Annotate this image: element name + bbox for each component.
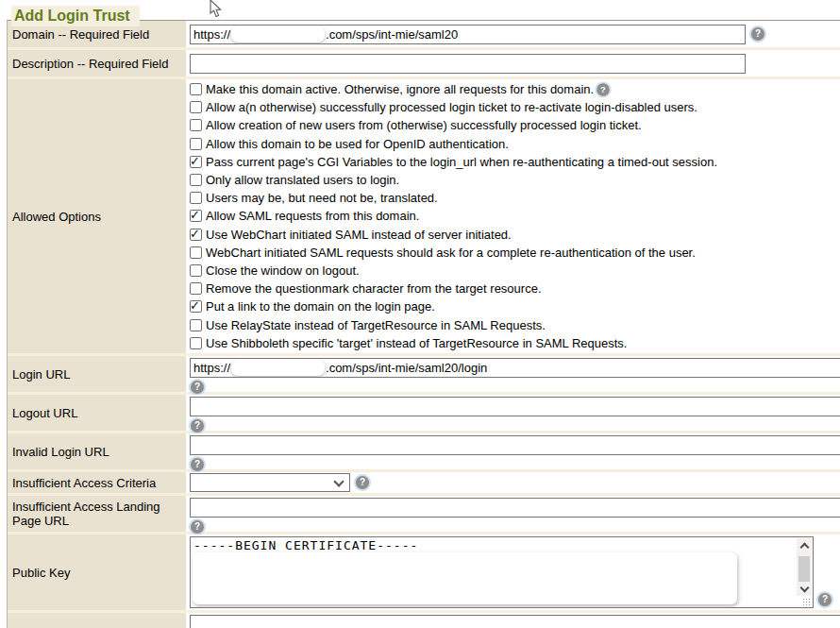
public-key-row: Public Key -----BEGIN CERTIFICATE----- ? [8, 535, 840, 610]
checkbox-label: Allow SAML requests from this domain. [206, 209, 419, 223]
insufficient-access-landing-label: Insufficient Access Landing Page URL [8, 496, 186, 532]
insufficient-access-criteria-select[interactable] [190, 473, 350, 492]
checkbox-label: WebChart initiated SAML requests should … [206, 246, 696, 260]
scroll-down-button[interactable] [797, 582, 812, 596]
description-label: Description -- Required Field [8, 50, 186, 76]
allowed-options-label: Allowed Options [8, 79, 186, 353]
checkbox-label: Close the window on logout. [206, 263, 360, 278]
add-login-trust-fieldset: Add Login Trust Domain -- Required Field… [7, 20, 840, 628]
login-url-row: Login URL https://.com/sps/int-mie/saml2… [8, 356, 840, 392]
scroll-up-button[interactable] [797, 538, 812, 552]
chevron-up-icon [799, 543, 809, 552]
checkbox[interactable] [190, 229, 202, 241]
checkbox-label: Users may be, but need not be, translate… [206, 191, 438, 205]
chevron-down-icon [333, 476, 344, 486]
checkbox[interactable] [190, 192, 202, 204]
option-row: Allow creation of new users from (otherw… [190, 116, 840, 134]
invalid-login-url-input[interactable] [190, 435, 840, 455]
checkbox-label: Pass current page's CGI Variables to the… [206, 155, 717, 169]
help-icon[interactable]: ? [191, 520, 204, 534]
insufficient-access-landing-row: Insufficient Access Landing Page URL ? [8, 496, 840, 532]
public-key-label: Public Key [8, 535, 186, 610]
login-url-value-suffix: .com/sps/int-mie/saml20/login [326, 361, 487, 375]
checkbox[interactable] [190, 264, 202, 277]
checkbox[interactable] [190, 138, 202, 150]
checkbox-label: Only allow translated users to login. [206, 173, 399, 187]
logout-url-row: Logout URL ? [8, 395, 840, 431]
chevron-down-icon [799, 584, 809, 593]
redaction-box [231, 25, 325, 42]
checkbox-label: Make this domain active. Otherwise, igno… [206, 82, 594, 96]
partial-row [8, 613, 840, 628]
partial-row-label [8, 613, 186, 628]
help-icon[interactable]: ? [191, 458, 204, 471]
checkbox-label: Remove the questionmark character from t… [206, 281, 542, 296]
invalid-login-url-label: Invalid Login URL [8, 433, 186, 469]
checkbox-label: Use Shibboleth specific 'target' instead… [206, 336, 627, 350]
checkbox[interactable] [190, 300, 202, 313]
checkbox[interactable] [190, 246, 202, 259]
help-icon[interactable]: ? [751, 27, 764, 41]
checkbox[interactable] [190, 210, 202, 222]
checkbox-label: Allow creation of new users from (otherw… [206, 118, 642, 132]
allowed-options-row: Allowed Options Make this domain active.… [8, 79, 840, 353]
option-row: Put a link to the domain on the login pa… [190, 297, 840, 315]
domain-input[interactable]: https://.com/sps/int-mie/saml20 [190, 25, 746, 44]
form-legend: Add Login Trust [11, 6, 140, 26]
option-row: Make this domain active. Otherwise, igno… [190, 80, 840, 98]
option-row: WebChart initiated SAML requests should … [190, 244, 840, 262]
resize-handle-icon[interactable] [802, 598, 811, 606]
login-url-label: Login URL [8, 356, 186, 392]
checkbox[interactable] [190, 119, 202, 131]
public-key-textarea[interactable]: -----BEGIN CERTIFICATE----- [190, 536, 814, 608]
checkbox[interactable] [190, 83, 202, 95]
domain-value-suffix: .com/sps/int-mie/saml20 [326, 27, 458, 42]
login-url-value-prefix: https:// [193, 361, 230, 375]
description-row: Description -- Required Field [8, 50, 840, 76]
insufficient-access-criteria-row: Insufficient Access Criteria ? [8, 472, 840, 493]
insufficient-access-criteria-label: Insufficient Access Criteria [8, 472, 186, 493]
help-icon[interactable]: ? [818, 593, 832, 606]
help-icon[interactable]: ? [191, 419, 204, 433]
option-row: Close the window on logout. [190, 262, 840, 280]
checkbox-label: Put a link to the domain on the login pa… [206, 299, 435, 314]
partial-input[interactable] [190, 615, 840, 628]
help-icon[interactable]: ? [356, 476, 369, 489]
option-row: Allow SAML requests from this domain. [190, 207, 840, 225]
logout-url-input[interactable] [190, 397, 840, 416]
option-row: Pass current page's CGI Variables to the… [190, 153, 840, 171]
insufficient-access-landing-input[interactable] [190, 498, 840, 518]
help-icon[interactable]: ? [191, 381, 204, 394]
description-input[interactable] [190, 54, 746, 74]
scrollbar-thumb[interactable] [798, 556, 810, 582]
checkbox-label: Allow a(n otherwise) successfully proces… [206, 100, 697, 114]
login-url-input[interactable]: https://.com/sps/int-mie/saml20/login [190, 358, 840, 378]
checkbox[interactable] [190, 156, 202, 168]
certificate-first-line: -----BEGIN CERTIFICATE----- [191, 537, 813, 552]
logout-url-label: Logout URL [8, 395, 186, 431]
option-row: Use WebChart initiated SAML instead of s… [190, 226, 840, 244]
redaction-box [231, 359, 325, 376]
redaction-overlay [193, 552, 737, 604]
option-row: Use RelayState instead of TargetResource… [190, 315, 840, 333]
checkbox-label: Allow this domain to be used for OpenID … [206, 137, 509, 151]
checkbox[interactable] [190, 319, 202, 331]
option-row: Allow a(n otherwise) successfully proces… [190, 98, 840, 116]
checkbox[interactable] [190, 101, 202, 113]
scrollbar[interactable] [797, 538, 812, 596]
checkbox[interactable] [190, 174, 202, 186]
help-icon[interactable]: ? [596, 83, 609, 95]
option-row: Users may be, but need not be, translate… [190, 189, 840, 207]
checkbox[interactable] [190, 282, 202, 295]
mouse-cursor [210, 0, 223, 19]
checkbox[interactable] [190, 337, 202, 349]
checkbox-label: Use RelayState instead of TargetResource… [206, 318, 546, 332]
option-row: Allow this domain to be used for OpenID … [190, 135, 840, 153]
option-row: Use Shibboleth specific 'target' instead… [190, 334, 840, 352]
option-row: Remove the questionmark character from t… [190, 280, 840, 297]
domain-value-prefix: https:// [193, 27, 230, 42]
option-row: Only allow translated users to login. [190, 171, 840, 189]
checkbox-label: Use WebChart initiated SAML instead of s… [206, 228, 512, 242]
invalid-login-url-row: Invalid Login URL ? [8, 433, 840, 469]
